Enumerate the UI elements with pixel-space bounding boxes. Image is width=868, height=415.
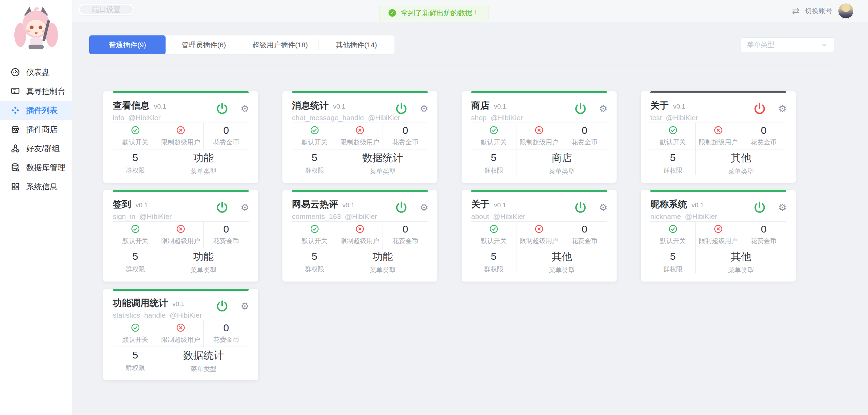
check-circle-icon: [668, 224, 678, 234]
group-perm-label: 群权限: [484, 166, 503, 175]
plugin-module-author: test @HibiKier: [650, 114, 745, 122]
menu-type-value: 功能: [193, 252, 214, 262]
power-toggle-button[interactable]: [574, 201, 587, 214]
sidebar-item-label: 数据库管理: [26, 162, 65, 173]
system-icon: [10, 181, 20, 192]
power-toggle-button[interactable]: [215, 300, 229, 313]
tab-0[interactable]: 普通插件(9): [89, 35, 166, 54]
group-perm-cell: 5 群权限: [113, 149, 158, 175]
plugin-card-header: 关于 v0.1 test @HibiKier: [650, 99, 745, 122]
plugin-author: @HibiKier: [685, 212, 717, 220]
limit-superuser-label: 限制超级用户: [161, 237, 200, 245]
limit-superuser-cell: 限制超级用户: [516, 222, 561, 248]
plugin-card: 关于 v0.1 test @HibiKier ⚙ 默认开关: [641, 91, 796, 183]
limit-superuser-cell: 限制超级用户: [158, 222, 203, 248]
cost-gold-label: 花费金币: [213, 335, 239, 344]
default-switch-cell: 默认开关: [113, 222, 158, 248]
group-perm-label: 群权限: [126, 166, 145, 175]
switch-account-button[interactable]: 切换账号: [805, 6, 832, 16]
menu-type-value: 功能: [372, 252, 393, 262]
plugin-stats-row-2: 5 群权限 商店 菜单类型: [471, 149, 607, 175]
sidebar-item-plugin-list[interactable]: 插件列表: [0, 101, 72, 120]
plugin-module-author: info @HibiKier: [113, 114, 207, 122]
cost-gold-label: 花费金币: [392, 138, 418, 147]
plugin-title: 签到: [113, 198, 131, 210]
plugin-stats-row-1: 默认开关 限制超级用户 0 花费金币: [113, 320, 249, 347]
plugin-status-bar: [471, 190, 607, 192]
plugin-status-bar: [471, 91, 607, 93]
sidebar-item-friends-groups[interactable]: 好友/群组: [0, 139, 72, 158]
default-switch-cell: 默认开关: [292, 123, 337, 149]
menu-type-cell: 其他 菜单类型: [516, 248, 607, 273]
plugin-author: @HibiKier: [491, 114, 523, 122]
tab-3[interactable]: 其他插件(14): [318, 35, 394, 54]
group-perm-cell: 5 群权限: [113, 248, 158, 273]
default-switch-cell: 默认开关: [471, 123, 516, 149]
gear-settings-icon[interactable]: ⚙: [599, 203, 607, 212]
plugin-card: 商店 v0.1 shop @HibiKier ⚙ 默认开关: [462, 91, 617, 183]
plugin-module-author: about @HibiKier: [471, 212, 565, 221]
plugin-module: comments_163: [292, 212, 341, 220]
user-avatar[interactable]: [838, 3, 854, 19]
check-circle-icon: [131, 224, 140, 234]
gear-settings-icon[interactable]: ⚙: [778, 104, 787, 114]
power-toggle-button[interactable]: [215, 102, 229, 116]
plugin-stats-row-2: 5 群权限 其他 菜单类型: [650, 248, 786, 273]
power-toggle-button[interactable]: [394, 102, 408, 116]
power-toggle-button[interactable]: [574, 102, 587, 116]
group-perm-label: 群权限: [663, 265, 683, 274]
tab-1[interactable]: 管理员插件(6): [166, 35, 242, 54]
plugin-version: v0.1: [154, 103, 166, 110]
power-toggle-button[interactable]: [753, 201, 766, 214]
gear-settings-icon[interactable]: ⚙: [599, 104, 607, 114]
gear-settings-icon[interactable]: ⚙: [241, 104, 249, 114]
cost-gold-label: 花费金币: [392, 237, 418, 245]
gear-settings-icon[interactable]: ⚙: [420, 104, 428, 114]
plugin-card: 功能调用统计 v0.1 statistics_handle @HibiKier …: [103, 289, 258, 380]
x-circle-icon: [176, 126, 185, 135]
sidebar-item-system-info[interactable]: 系统信息: [0, 177, 72, 196]
menu-type-select[interactable]: 菜单类型: [741, 37, 834, 52]
group-perm-value: 5: [133, 252, 138, 261]
sidebar-item-database[interactable]: 数据库管理: [0, 158, 72, 177]
group-perm-cell: 5 群权限: [113, 347, 158, 372]
plugin-title: 昵称系统: [650, 198, 687, 210]
default-switch-cell: 默认开关: [650, 123, 695, 149]
x-circle-icon: [176, 323, 185, 332]
plugin-card: 关于 v0.1 about @HibiKier ⚙ 默认开关: [462, 190, 617, 282]
default-switch-cell: 默认开关: [113, 320, 158, 347]
gear-settings-icon[interactable]: ⚙: [241, 302, 249, 311]
menu-type-label: 菜单类型: [728, 167, 754, 176]
plugin-stats-row-1: 默认开关 限制超级用户 0 花费金币: [292, 222, 428, 248]
success-toast: ✓ 拿到了新鲜出炉的数据！: [379, 5, 489, 21]
gear-settings-icon[interactable]: ⚙: [778, 203, 787, 212]
group-perm-label: 群权限: [305, 166, 324, 175]
power-toggle-button[interactable]: [215, 201, 229, 214]
plugin-title: 网易云热评: [292, 198, 338, 210]
cost-gold-cell: 0 花费金币: [203, 222, 249, 248]
sidebar-item-dashboard[interactable]: 仪表盘: [0, 63, 72, 82]
x-circle-icon: [714, 224, 723, 234]
x-circle-icon: [534, 126, 544, 135]
gear-settings-icon[interactable]: ⚙: [420, 203, 428, 212]
plugin-card: 查看信息 v0.1 info @HibiKier ⚙ 默认开关: [103, 91, 258, 183]
tab-2[interactable]: 超级用户插件(18): [242, 35, 318, 54]
plugin-version: v0.1: [172, 300, 185, 308]
plugin-title: 关于: [471, 198, 490, 210]
plugin-card: 网易云热评 v0.1 comments_163 @HibiKier ⚙ 默认开关: [282, 190, 437, 282]
plugin-stats-row-1: 默认开关 限制超级用户 0 花费金币: [113, 123, 249, 149]
plugin-module: sign_in: [113, 212, 136, 220]
sidebar-item-plugin-store[interactable]: 插件商店: [0, 120, 72, 139]
menu-type-label: 菜单类型: [370, 266, 396, 275]
power-toggle-button[interactable]: [753, 102, 766, 116]
gear-settings-icon[interactable]: ⚙: [241, 203, 249, 212]
limit-superuser-cell: 限制超级用户: [695, 222, 741, 248]
sidebar-item-console[interactable]: 真寻控制台: [0, 82, 72, 101]
port-settings-button[interactable]: 端口设置: [78, 4, 134, 15]
menu-type-cell: 商店 菜单类型: [516, 149, 607, 175]
plugin-author: @HibiKier: [345, 212, 377, 220]
power-toggle-button[interactable]: [394, 201, 408, 214]
plugin-card-header: 查看信息 v0.1 info @HibiKier: [113, 99, 207, 122]
plugin-version: v0.1: [136, 202, 148, 209]
console-icon: [10, 86, 20, 96]
